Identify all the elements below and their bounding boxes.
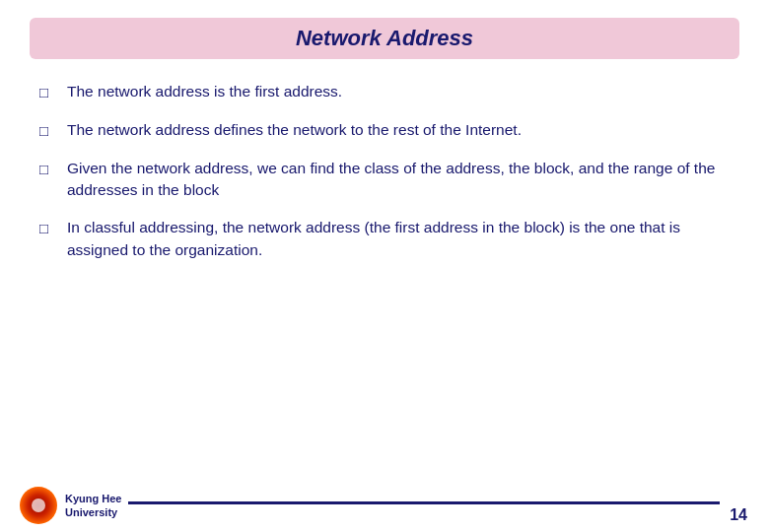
bullet-text-4: In classful addressing, the network addr…	[67, 217, 730, 261]
bullet-item-1: □ The network address is the first addre…	[39, 81, 730, 103]
university-logo	[20, 487, 57, 524]
bullet-icon-4: □	[39, 218, 59, 239]
slide-content: □ The network address is the first addre…	[30, 81, 739, 261]
logo-inner-circle	[32, 499, 45, 512]
title-bar: Network Address	[30, 18, 739, 59]
university-name-line1: Kyung Hee	[65, 492, 121, 505]
bullet-icon-1: □	[39, 82, 59, 103]
bullet-item-2: □ The network address defines the networ…	[39, 119, 730, 142]
bullet-text-3: Given the network address, we can find t…	[67, 158, 730, 202]
bullet-text-2: The network address defines the network …	[67, 119, 730, 141]
footer-divider-line	[128, 501, 720, 504]
bullet-text-1: The network address is the first address…	[67, 81, 730, 102]
university-name: Kyung Hee University	[65, 492, 121, 520]
bullet-item-3: □ Given the network address, we can find…	[39, 158, 730, 202]
page-number: 14	[730, 506, 747, 524]
bullet-icon-3: □	[39, 159, 59, 180]
bullet-icon-2: □	[39, 120, 59, 142]
bullet-item-4: □ In classful addressing, the network ad…	[39, 217, 730, 261]
slide-title: Network Address	[49, 26, 720, 51]
slide: Network Address □ The network address is…	[0, 0, 769, 532]
footer-logo: Kyung Hee University	[20, 487, 121, 524]
footer: Kyung Hee University 14	[0, 475, 769, 532]
university-name-line2: University	[65, 505, 121, 519]
